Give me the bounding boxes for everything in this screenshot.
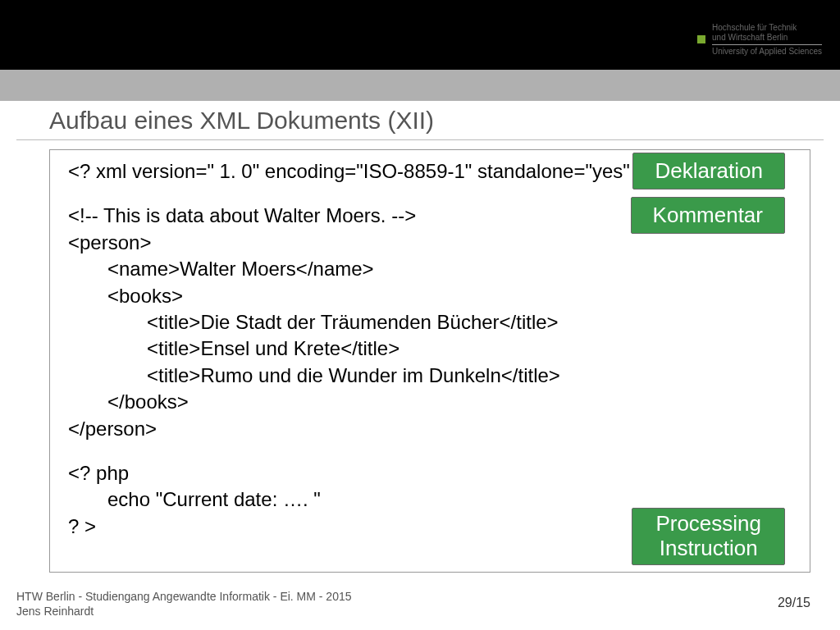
code-php-open: <? php: [68, 460, 797, 486]
footer-line2: Jens Reinhardt: [16, 604, 352, 619]
footer-line1: HTW Berlin - Studiengang Angewandte Info…: [16, 589, 352, 604]
logo-mark: htw: [651, 23, 705, 55]
code-title2: <title>Ensel und Krete</title>: [68, 336, 797, 362]
logo-line2: und Wirtschaft Berlin: [712, 33, 822, 43]
logo-line1: Hochschule für Technik: [712, 23, 822, 33]
code-name: <name>Walter Moers</name>: [68, 256, 797, 282]
code-books-close: </books>: [68, 389, 797, 415]
logo-text: Hochschule für Technik und Wirtschaft Be…: [712, 23, 822, 57]
htw-logo: htw Hochschule für Technik und Wirtschaf…: [651, 23, 822, 57]
logo-line3: University of Applied Sciences: [712, 44, 822, 57]
title-divider: [16, 139, 824, 140]
badge-pi-line1: Processing: [655, 512, 761, 536]
logo-square-icon: [697, 35, 705, 43]
badge-pi-line2: Instruction: [655, 536, 761, 561]
grey-bar: [0, 70, 840, 101]
code-box: <? xml version=" 1. 0" encoding="ISO-885…: [49, 149, 810, 573]
logo-mark-text: htw: [651, 23, 695, 55]
code-books-open: <books>: [68, 283, 797, 309]
page-number: 29/15: [778, 596, 810, 610]
code-title3: <title>Rumo und die Wunder im Dunkeln</t…: [68, 363, 797, 389]
slide: htw Hochschule für Technik und Wirtschaf…: [0, 0, 840, 630]
badge-processing-instruction: Processing Instruction: [632, 508, 785, 565]
code-person-close: </person>: [68, 416, 797, 442]
badge-kommentar: Kommentar: [631, 197, 785, 234]
code-title1: <title>Die Stadt der Träumenden Bücher</…: [68, 309, 797, 336]
footer: HTW Berlin - Studiengang Angewandte Info…: [16, 589, 352, 619]
slide-title: Aufbau eines XML Dokuments (XII): [49, 107, 434, 135]
badge-deklaration: Deklaration: [632, 153, 785, 189]
